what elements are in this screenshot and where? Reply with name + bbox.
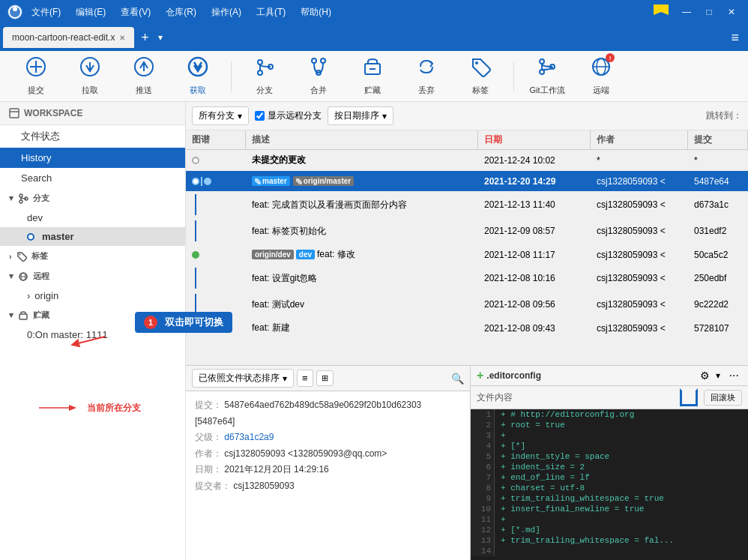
menu-view[interactable]: 查看(V) — [119, 3, 152, 22]
line-content-3: + — [495, 430, 748, 441]
content-area: 所有分支 ▾ 显示远程分支 按日期排序 ▾ 跳转到： 图谱 描述 日期 作者 — [186, 102, 748, 560]
gear-settings-button[interactable]: ⚙ — [700, 370, 710, 382]
discard-button[interactable]: 丢弃 — [402, 52, 450, 100]
sidebar-item-file-status[interactable]: 文件状态 — [0, 125, 185, 148]
remote-sidebar-label: 远程 — [33, 271, 49, 282]
line-num-2: 2 — [471, 420, 495, 430]
sidebar-remote-origin[interactable]: › origin — [0, 286, 185, 305]
line-content-9: + trim_trailing_whitespace = true — [495, 493, 748, 504]
sort-files-dropdown[interactable]: 已依照文件状态排序 ▾ — [192, 369, 294, 388]
master-branch-dot — [27, 233, 34, 241]
commit-hash-value: 5487e64aed762b489dc58a9e0629f20b10d62303… — [195, 400, 421, 427]
active-tab[interactable]: moon-cartoon-react-edit.x ✕ — [3, 27, 134, 48]
history-row-3[interactable]: feat: 标签页初始化 2021-12-09 08:57 csj1328059… — [186, 218, 748, 244]
sidebar-item-history[interactable]: History — [0, 148, 185, 168]
tags-chevron: › — [9, 252, 12, 261]
desc-cell-3: feat: 标签页初始化 — [246, 223, 478, 240]
graph-dot-1b — [204, 178, 211, 185]
pull-icon — [79, 56, 100, 82]
history-row-5[interactable]: feat: 设置git忽略 2021-12-08 10:16 csj132805… — [186, 265, 748, 292]
history-row-6[interactable]: feat: 测试dev 2021-12-08 09:56 csj13280590… — [186, 292, 748, 318]
svg-marker-39 — [69, 405, 76, 411]
pull-button[interactable]: 拉取 — [66, 52, 114, 100]
sidebar-item-search[interactable]: Search — [0, 168, 185, 188]
menu-action[interactable]: 操作(A) — [210, 3, 243, 22]
date-cell-3: 2021-12-09 08:57 — [478, 223, 591, 238]
svg-rect-28 — [10, 109, 19, 118]
new-tab-button[interactable]: + — [134, 27, 155, 48]
branches-header[interactable]: ▾ 分支 — [0, 188, 185, 208]
parent-value[interactable]: d673a1c2a9 — [224, 432, 274, 442]
graph-cell-5 — [186, 265, 246, 291]
stash-item-label: 0:On master: 1111 — [27, 329, 108, 340]
minimize-button[interactable]: — — [676, 3, 697, 21]
date-cell-6: 2021-12-08 09:56 — [478, 297, 591, 312]
close-button[interactable]: ✕ — [721, 3, 742, 21]
show-remote-checkbox-label[interactable]: 显示远程分支 — [255, 109, 322, 122]
tags-label: 标签 — [31, 250, 48, 262]
rollback-button[interactable]: 回滚块 — [704, 390, 742, 406]
diff-line-6: 6 + indent_size = 2 — [471, 462, 748, 472]
menu-tools[interactable]: 工具(T) — [255, 3, 287, 22]
author-cell-1: csj1328059093 < — [591, 174, 688, 189]
remote-button[interactable]: ! 远端 — [577, 52, 625, 100]
push-button[interactable]: 推送 — [120, 52, 168, 100]
tag-button[interactable]: 标签 — [456, 52, 504, 100]
sidebar-branch-master[interactable]: master — [0, 227, 185, 246]
line-num-4: 4 — [471, 441, 495, 451]
remote-header[interactable]: ▾ 远程 — [0, 266, 185, 286]
menu-repo[interactable]: 仓库(R) — [164, 3, 198, 22]
stash-icon — [362, 56, 383, 82]
menu-help[interactable]: 帮助(H) — [299, 3, 333, 22]
branch-button[interactable]: 分支 — [241, 52, 289, 100]
menu-edit[interactable]: 编辑(E) — [74, 3, 107, 22]
line-content-14 — [495, 546, 748, 556]
hamburger-menu[interactable]: ≡ — [725, 27, 745, 49]
line-num-1: 1 — [471, 409, 495, 420]
commit-button[interactable]: 提交 — [12, 52, 60, 100]
desc-cell-4: origin/dev dev feat: 修改 — [246, 246, 478, 263]
plus-icon: + — [477, 369, 483, 382]
svg-point-20 — [475, 61, 478, 64]
dropdown-chevron: ▾ — [238, 111, 242, 121]
fetch-button[interactable]: 获取 — [174, 52, 222, 100]
all-branches-dropdown[interactable]: 所有分支 ▾ — [192, 106, 249, 125]
tab-dropdown-button[interactable]: ▾ — [155, 29, 166, 46]
grid-view-button[interactable]: ⊞ — [316, 370, 334, 386]
history-table-body: 未提交的更改 2021-12-24 10:02 * * — [186, 150, 748, 365]
menu-file[interactable]: 文件(F) — [30, 3, 62, 22]
header-author: 作者 — [591, 130, 688, 149]
commit-hash-row: 提交： 5487e64aed762b489dc58a9e0629f20b10d6… — [195, 397, 461, 430]
tab-bar-right: ≡ — [725, 27, 745, 49]
history-row-2[interactable]: feat: 完成首页以及看漫画页面部分内容 2021-12-13 11:40 c… — [186, 192, 748, 218]
more-options-button[interactable]: ··· — [726, 369, 742, 382]
list-view-button[interactable]: ≡ — [297, 370, 313, 387]
history-row-4[interactable]: origin/dev dev feat: 修改 2021-12-08 11:17… — [186, 244, 748, 265]
svg-point-15 — [312, 58, 316, 63]
show-remote-checkbox[interactable] — [255, 111, 265, 121]
search-files-button[interactable]: 🔍 — [451, 373, 464, 385]
sort-dropdown[interactable]: 按日期排序 ▾ — [328, 106, 393, 125]
filename: .editorconfig — [486, 370, 541, 381]
tab-close-button[interactable]: ✕ — [119, 34, 125, 42]
fetch-icon — [187, 56, 208, 82]
commit-detail: 已依照文件状态排序 ▾ ≡ ⊞ 🔍 提交： 5487e64aed762b489d… — [186, 366, 471, 560]
date-detail-label: 日期： — [195, 464, 222, 475]
history-row-7[interactable]: feat: 新建 2021-12-08 09:43 csj1328059093 … — [186, 318, 748, 339]
maximize-button[interactable]: □ — [699, 3, 720, 21]
author-cell-4: csj1328059093 < — [591, 247, 688, 262]
history-row-uncommitted[interactable]: 未提交的更改 2021-12-24 10:02 * * — [186, 150, 748, 171]
date-cell-4: 2021-12-08 11:17 — [478, 247, 591, 262]
title-bar: 文件(F) 编辑(E) 查看(V) 仓库(R) 操作(A) 工具(T) 帮助(H… — [0, 0, 748, 24]
diff-line-10: 10 + insert_final_newline = true — [471, 504, 748, 514]
gitflow-button[interactable]: Git工作流 — [523, 52, 571, 100]
author-cell-7: csj1328059093 < — [591, 321, 688, 336]
stash-button[interactable]: 贮藏 — [349, 52, 396, 100]
settings-dropdown[interactable]: ▾ — [716, 370, 720, 381]
tags-header[interactable]: › 标签 — [0, 246, 185, 266]
merge-button[interactable]: 合并 — [295, 52, 343, 100]
commit-cell-7: 5728107 — [688, 321, 748, 336]
sidebar-branch-dev[interactable]: dev — [0, 208, 185, 227]
history-row-master[interactable]: master origin/master 2021-12-20 14:29 cs… — [186, 171, 748, 192]
submitter-value: csj1328059093 — [233, 481, 294, 491]
